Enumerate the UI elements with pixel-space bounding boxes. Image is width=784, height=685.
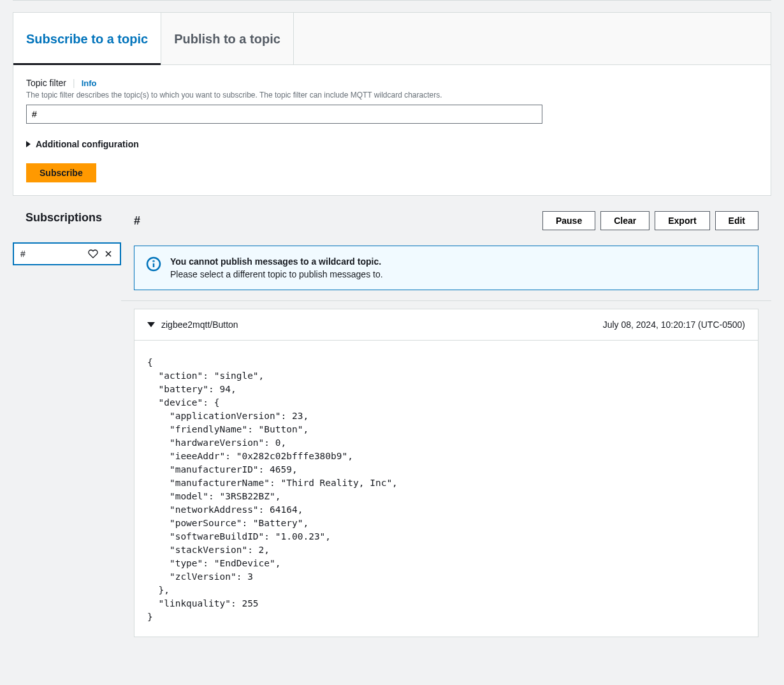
message-header: zigbee2mqtt/Button July 08, 2024, 10:20:… <box>134 309 758 341</box>
subscribe-body: Topic filter | Info The topic filter des… <box>13 65 771 195</box>
close-icon[interactable] <box>103 249 113 259</box>
info-alert: You cannot publish messages to a wildcar… <box>134 246 759 290</box>
topic-filter-description: The topic filter describes the topic(s) … <box>26 91 758 99</box>
chevron-down-icon <box>147 322 155 327</box>
additional-configuration-toggle[interactable]: Additional configuration <box>26 139 758 149</box>
topic-filter-input[interactable] <box>26 105 542 124</box>
subscribe-button[interactable]: Subscribe <box>26 163 96 182</box>
info-icon <box>146 256 161 272</box>
message-panel: zigbee2mqtt/Button July 08, 2024, 10:20:… <box>134 309 759 637</box>
alert-title: You cannot publish messages to a wildcar… <box>170 256 383 267</box>
info-link[interactable]: Info <box>82 78 97 88</box>
export-button[interactable]: Export <box>655 211 709 230</box>
subscription-content: # Pause Clear Export Edit You cannot pub… <box>121 206 771 637</box>
subscription-chip-topic: # <box>20 249 25 259</box>
subscriptions-area: Subscriptions # # Pause Clear Export Edi… <box>13 206 771 637</box>
additional-config-label: Additional configuration <box>36 139 139 149</box>
chevron-right-icon <box>26 141 31 147</box>
clear-button[interactable]: Clear <box>600 211 650 230</box>
topic-filter-label: Topic filter <box>26 78 66 88</box>
edit-button[interactable]: Edit <box>715 211 759 230</box>
subscriptions-sidebar: Subscriptions # <box>13 206 121 637</box>
subscription-chip[interactable]: # <box>13 242 121 265</box>
subscriptions-title: Subscriptions <box>13 211 121 225</box>
tab-publish[interactable]: Publish to a topic <box>161 13 294 64</box>
svg-point-4 <box>154 261 154 261</box>
tab-bar: Subscribe to a topic Publish to a topic <box>13 13 771 65</box>
separator: | <box>73 78 75 88</box>
message-topic-toggle[interactable]: zigbee2mqtt/Button <box>147 320 238 330</box>
subscribe-panel: Subscribe to a topic Publish to a topic … <box>13 12 771 196</box>
tab-subscribe[interactable]: Subscribe to a topic <box>13 13 161 64</box>
alert-description: Please select a different topic to publi… <box>170 269 383 279</box>
current-topic: # <box>134 214 140 228</box>
action-buttons: Pause Clear Export Edit <box>542 211 759 230</box>
top-divider <box>13 0 771 1</box>
message-topic: zigbee2mqtt/Button <box>161 320 238 330</box>
message-payload: { "action": "single", "battery": 94, "de… <box>134 341 758 637</box>
message-timestamp: July 08, 2024, 10:20:17 (UTC-0500) <box>603 320 745 330</box>
heart-icon[interactable] <box>88 249 98 259</box>
divider <box>121 300 771 301</box>
pause-button[interactable]: Pause <box>542 211 595 230</box>
topic-header: # Pause Clear Export Edit <box>121 206 771 235</box>
